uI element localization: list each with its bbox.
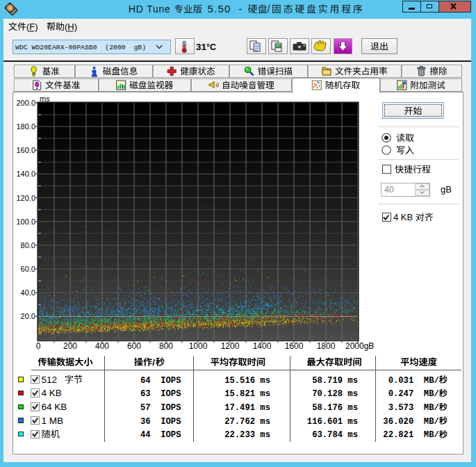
svg-text:1000: 1000 — [189, 341, 208, 351]
svg-text:WDC WD20EARX-00PASB0 (2000 g: WDC WD20EARX-00PASB0 (2000 gB) — [15, 44, 146, 51]
svg-text:3.573 MB/: 3.573 MB/ — [388, 403, 439, 413]
svg-text:(H): (H) — [65, 22, 77, 32]
svg-text:40.0: 40.0 — [21, 288, 35, 297]
svg-text:64 KB: 64 KB — [42, 402, 67, 412]
svg-text:27.762 ms: 27.762 ms — [224, 417, 270, 427]
svg-text:17.491 ms: 17.491 ms — [224, 403, 270, 413]
svg-text:15.821 ms: 15.821 ms — [224, 389, 270, 399]
svg-text:/: / — [268, 3, 270, 15]
svg-text:58.719 ms: 58.719 ms — [312, 376, 358, 386]
svg-text:0: 0 — [36, 341, 41, 351]
svg-text:140.0: 140.0 — [16, 170, 35, 178]
svg-text:1600: 1600 — [285, 341, 304, 351]
svg-text:4 KB: 4 KB — [393, 212, 416, 222]
svg-text:gB: gB — [441, 184, 452, 195]
svg-text:116.601 ms: 116.601 ms — [307, 417, 358, 427]
svg-text:15.516 ms: 15.516 ms — [224, 376, 270, 386]
svg-text:5.50: 5.50 — [208, 3, 231, 15]
svg-text:160.0: 160.0 — [16, 146, 35, 154]
svg-text:44 IOPS: 44 IOPS — [140, 430, 181, 440]
svg-text:400: 400 — [95, 341, 109, 351]
svg-text:36.020 MB/: 36.020 MB/ — [383, 417, 438, 427]
svg-text:120.0: 120.0 — [16, 194, 35, 202]
svg-text:2000gB: 2000gB — [345, 341, 374, 351]
svg-text:80.0: 80.0 — [21, 241, 35, 249]
svg-text:1400: 1400 — [253, 341, 272, 351]
svg-text:36 IOPS: 36 IOPS — [140, 417, 181, 427]
svg-text:(F): (F) — [26, 22, 38, 32]
svg-text:60.0: 60.0 — [21, 265, 35, 273]
svg-text:40: 40 — [384, 185, 394, 195]
svg-text:0.247 MB/: 0.247 MB/ — [388, 389, 439, 399]
svg-text:0.031 MB/: 0.031 MB/ — [388, 376, 439, 386]
svg-text:512: 512 — [42, 375, 58, 385]
svg-text:20.0: 20.0 — [21, 312, 35, 320]
svg-text:63.784 ms: 63.784 ms — [312, 430, 358, 440]
svg-text:1800: 1800 — [317, 341, 336, 351]
svg-text:180.0: 180.0 — [16, 122, 35, 131]
svg-text:31: 31 — [196, 42, 207, 52]
svg-text:22.821 MB/: 22.821 MB/ — [383, 430, 438, 440]
svg-text:ms: ms — [40, 95, 50, 103]
svg-text:200: 200 — [63, 341, 77, 351]
svg-text:70.128 ms: 70.128 ms — [312, 389, 358, 399]
svg-text:/: / — [152, 357, 155, 368]
svg-text:63 IOPS: 63 IOPS — [140, 389, 181, 399]
svg-text:58.176 ms: 58.176 ms — [312, 403, 358, 413]
svg-text:200.0: 200.0 — [16, 99, 35, 107]
svg-text:600: 600 — [127, 341, 141, 351]
svg-text:4 KB: 4 KB — [42, 388, 62, 398]
svg-text:22.233 ms: 22.233 ms — [224, 430, 270, 440]
svg-text:57 IOPS: 57 IOPS — [140, 403, 181, 413]
svg-text:1 MB: 1 MB — [42, 416, 64, 426]
svg-text:-: - — [239, 3, 243, 15]
svg-text:HD Tune: HD Tune — [129, 3, 170, 15]
svg-text:°C: °C — [206, 42, 216, 52]
svg-text:1200: 1200 — [221, 341, 240, 351]
svg-text:100.0: 100.0 — [16, 218, 35, 226]
svg-text:64 IOPS: 64 IOPS — [140, 376, 181, 386]
svg-text:800: 800 — [159, 341, 173, 351]
